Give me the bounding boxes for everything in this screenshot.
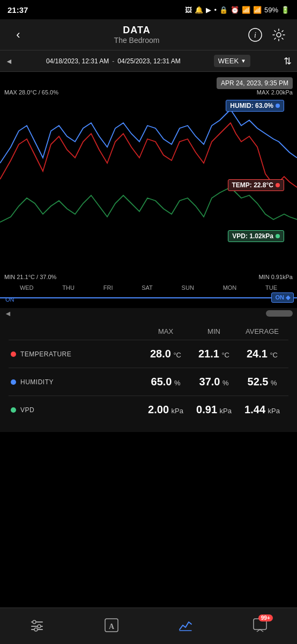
humid-max-cell: 65.0 % — [142, 376, 190, 388]
vpd-text: VPD: 1.02kPa — [232, 232, 273, 240]
x-label-thu: THU — [62, 284, 75, 291]
nav-item-notifications[interactable]: 99+ — [253, 618, 268, 633]
info-button[interactable]: i — [246, 25, 265, 45]
temp-avg-unit: °C — [270, 351, 278, 359]
temp-avg-cell: 24.1 °C — [238, 348, 286, 360]
svg-text:i: i — [254, 31, 256, 39]
svg-point-2 — [277, 33, 281, 37]
date-prev-button[interactable]: ◄ — [5, 57, 13, 65]
chart-max-left-label: MAX 28.0°C / 65.0% — [4, 89, 58, 96]
temp-label-cell: TEMPERATURE — [11, 350, 142, 358]
temp-min-cell: 21.1 °C — [190, 348, 238, 360]
chevron-down-icon: ▼ — [241, 58, 246, 64]
media-icon: ▶ — [206, 6, 211, 14]
vpd-min-cell: 0.91 kPa — [190, 404, 238, 416]
humid-min-unit: % — [222, 379, 229, 387]
x-label-sun: SUN — [182, 284, 194, 291]
temp-label-text: TEMPERATURE — [20, 350, 71, 358]
stats-table: MAX MIN AVERAGE TEMPERATURE 28.0 °C 21.1… — [0, 319, 297, 432]
temp-dot-stat — [11, 352, 16, 357]
wifi-icon: 📶 — [242, 6, 250, 14]
chart-max-right-label: MAX 2.00kPa — [257, 89, 293, 96]
signal-icon: 📶 — [253, 6, 262, 14]
vpd-max-value: 2.00 — [148, 404, 169, 415]
back-button[interactable]: ‹ — [9, 25, 28, 45]
temp-dot — [276, 183, 280, 187]
header-actions: i — [246, 25, 288, 45]
humid-avg-value: 52.5 — [248, 376, 269, 387]
vpd-avg-cell: 1.44 kPa — [238, 404, 286, 416]
filter-button[interactable]: ⇅ — [284, 55, 292, 67]
stats-row-humidity: HUMIDITY 65.0 % 37.0 % 52.5 % — [9, 368, 288, 396]
battery-percent: 59% — [264, 6, 278, 14]
stats-col-min: MIN — [190, 327, 238, 335]
temp-min-value: 21.1 — [198, 348, 219, 360]
date-separator: - — [112, 57, 114, 65]
stats-col-max: MAX — [142, 327, 190, 335]
vpd-avg-unit: kPa — [268, 407, 279, 415]
x-label-wed: WED — [20, 284, 34, 291]
date-bar: ◄ 04/18/2023, 12:31 AM - 04/25/2023, 12:… — [0, 50, 297, 72]
humid-max-value: 65.0 — [151, 376, 172, 387]
temp-max-value: 28.0 — [150, 348, 171, 360]
on-badge: ON ◆ — [271, 292, 294, 303]
status-bar: 21:37 🖼 🔔 ▶ • 🔒 ⏰ 📶 📶 59% 🔋 — [0, 0, 297, 19]
controls-icon — [29, 618, 44, 633]
font-icon: A — [104, 618, 119, 633]
vpd-max-cell: 2.00 kPa — [142, 404, 190, 416]
period-label: WEEK — [218, 57, 239, 65]
vpd-min-value: 0.91 — [196, 404, 217, 415]
x-label-sat: SAT — [142, 284, 153, 291]
stats-col-empty — [11, 327, 142, 335]
temp-max-unit: °C — [173, 351, 181, 359]
stats-row-temperature: TEMPERATURE 28.0 °C 21.1 °C 24.1 °C — [9, 340, 288, 368]
settings-button[interactable] — [269, 25, 288, 45]
photo-icon: 🖼 — [185, 6, 192, 14]
header: ‹ DATA The Bedroom i — [0, 19, 297, 50]
nav-item-settings[interactable]: A — [104, 618, 119, 633]
notification-icon: 🔔 — [195, 6, 203, 14]
vpd-dot-stat — [11, 407, 16, 413]
scroll-bar[interactable]: ◄ — [0, 308, 297, 319]
temp-max-cell: 28.0 °C — [142, 348, 190, 360]
battery-icon: 🔒 — [219, 6, 228, 14]
svg-point-6 — [38, 625, 41, 628]
humid-min-cell: 37.0 % — [190, 376, 238, 388]
chart-tooltip: APR 24, 2023, 9:35 PM — [217, 77, 293, 89]
x-label-fri: FRI — [103, 284, 113, 291]
vpd-label-cell: VPD — [11, 406, 142, 414]
period-selector[interactable]: WEEK ▼ — [214, 55, 250, 67]
vpd-dot — [276, 234, 280, 238]
humid-label-text: HUMIDITY — [20, 378, 54, 386]
temp-label: TEMP: 22.8°C — [228, 179, 284, 191]
bottom-nav: A 99+ — [0, 608, 297, 644]
humid-dot — [276, 104, 280, 108]
svg-text:A: A — [109, 623, 115, 631]
scroll-left-arrow[interactable]: ◄ — [4, 309, 12, 318]
nav-item-data[interactable] — [178, 618, 193, 633]
nav-item-controls[interactable] — [29, 618, 44, 633]
chart-area[interactable]: APR 24, 2023, 9:35 PM MAX 28.0°C / 65.0%… — [0, 72, 297, 319]
humid-text: HUMID: 63.0% — [230, 102, 273, 109]
stats-row-vpd: VPD 2.00 kPa 0.91 kPa 1.44 kPa — [9, 396, 288, 423]
battery-bar: 🔋 — [281, 6, 289, 14]
x-axis: WED THU FRI SAT SUN MON TUE — [0, 284, 297, 291]
stats-header-row: MAX MIN AVERAGE — [9, 327, 288, 335]
on-label-left: ON — [5, 296, 14, 303]
page-title: DATA — [28, 25, 246, 36]
svg-point-8 — [34, 628, 38, 631]
temp-avg-value: 24.1 — [247, 348, 268, 360]
vpd-max-unit: kPa — [171, 407, 183, 415]
scroll-handle[interactable] — [266, 310, 293, 317]
vpd-avg-value: 1.44 — [244, 404, 265, 415]
header-center: DATA The Bedroom — [28, 25, 246, 45]
alarm-icon: ⏰ — [231, 6, 239, 14]
humid-dot-stat — [11, 379, 16, 385]
x-label-tue: TUE — [265, 284, 277, 291]
status-time: 21:37 — [8, 5, 28, 14]
on-line — [0, 297, 297, 298]
vpd-label-text: VPD — [20, 406, 34, 414]
humid-label-cell: HUMIDITY — [11, 378, 142, 386]
vpd-min-unit: kPa — [219, 407, 231, 415]
date-start: 04/18/2023, 12:31 AM — [46, 57, 109, 65]
